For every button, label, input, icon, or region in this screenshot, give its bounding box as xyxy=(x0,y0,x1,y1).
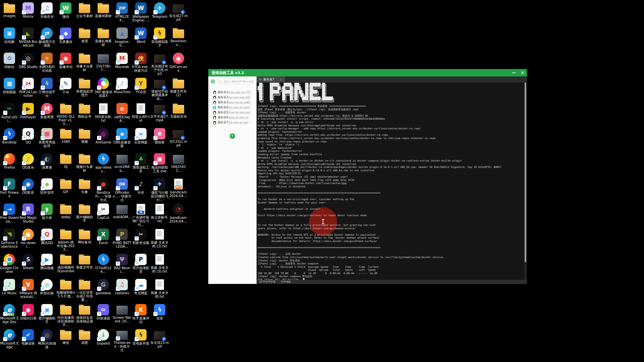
desktop-icon[interactable]: ϟ↗Bandizip xyxy=(0,127,19,152)
desktop-icon[interactable]: ♻回收站 xyxy=(0,52,19,77)
desktop-icon[interactable]: webp xyxy=(56,202,75,228)
desktop-icon[interactable]: 直播礼物素材 xyxy=(94,26,113,52)
desktop-icon[interactable]: 侠义道账号.txt xyxy=(150,202,169,228)
desktop-icon[interactable]: e↗Microsoft Edge xyxy=(0,328,19,353)
desktop-icon[interactable]: MP4bandicam 2024-04-... xyxy=(169,177,188,202)
desktop-icon[interactable]: 4月25日.mp4 xyxy=(169,127,188,152)
desktop-icon[interactable]: →↗Free Downloa... xyxy=(0,202,19,228)
desktop-icon[interactable]: 16625412... xyxy=(169,152,188,177)
desktop-icon[interactable]: G↗gamebox xyxy=(94,278,113,303)
desktop-icon[interactable]: ◉↗QQ影音 xyxy=(19,177,38,202)
desktop-icon[interactable]: 阿里云API.txt xyxy=(131,102,150,127)
desktop-icon[interactable]: 视频 xyxy=(75,127,94,152)
desktop-icon[interactable]: ↗Firefox xyxy=(0,152,19,177)
desktop-icon[interactable]: 落雪 xyxy=(75,26,94,52)
desktop-icon[interactable]: ▦↗美图秀秀批处理 xyxy=(38,127,56,152)
desktop-icon[interactable]: ooAIADM... xyxy=(113,202,131,228)
desktop-icon[interactable]: W↗Word xyxy=(131,26,150,52)
desktop-icon[interactable]: ▶↗PotPlayer xyxy=(19,102,38,127)
search-input[interactable] xyxy=(223,80,255,83)
desktop-icon[interactable]: ◔bandicam 2024-04-... xyxy=(169,202,188,228)
desktop-icon[interactable]: ✂↗剪映专业版 xyxy=(131,228,150,253)
desktop-icon[interactable]: P↗PUBG BATTLEGR... xyxy=(113,228,131,253)
desktop-icon[interactable]: 图片编辑助手 xyxy=(75,202,94,228)
desktop-icon[interactable]: ▣↗推流码获取工具.exe xyxy=(150,152,169,177)
desktop-icon[interactable]: ☁↗夸克网盘 xyxy=(131,278,150,303)
desktop-icon[interactable]: ☀↗剑网3系列启动器 xyxy=(38,52,56,77)
desktop-icon[interactable]: ∞↗百度网盘 xyxy=(131,127,150,152)
desktop-icon[interactable]: 24↗PDF24 Launcher xyxy=(19,77,38,102)
add-server-button[interactable]: + xyxy=(230,133,235,139)
desktop-icon[interactable]: ϟ↗雷电模拟器9 xyxy=(150,26,169,52)
desktop-icon[interactable]: ◆↗无界趣连 xyxy=(56,26,75,52)
desktop-icon[interactable]: ✈↗微软飞行模拟10微软飞行... xyxy=(150,177,169,202)
minimize-button[interactable]: — xyxy=(509,69,518,76)
desktop-icon[interactable]: Gi↗GI加速器 xyxy=(94,303,113,328)
desktop-icon[interactable]: V↗VMware Workstati... xyxy=(19,278,38,303)
desktop-icon[interactable]: ✂↗AutoCutVi... xyxy=(0,102,19,127)
desktop-icon[interactable]: ◥↗GeForce Experience xyxy=(0,228,19,253)
desktop-icon[interactable]: ▣↗图片编辑助手 xyxy=(38,303,56,328)
desktop-icon[interactable]: ϟ↗雷电多开器 xyxy=(131,328,150,353)
tab-server7[interactable]: 服务器7 ✕ xyxy=(257,76,285,82)
desktop-icon[interactable]: 无版权音乐 xyxy=(169,102,188,127)
desktop-icon[interactable]: ▦控制面板 xyxy=(0,77,19,102)
desktop-icon[interactable]: OB↗Officebox... - 快捷方式 xyxy=(113,177,131,202)
desktop-icon[interactable]: ◉↗直播伴侣 xyxy=(56,52,75,77)
window-titlebar[interactable]: 堡塔远程工具 v3.2 — ✕ xyxy=(208,69,527,76)
desktop-icon[interactable]: X↗Excel xyxy=(94,228,113,253)
server-item[interactable]: 服务器3 [xxx.xx.xx.xx9] xyxy=(208,100,256,105)
desktop-icon[interactable]: P↗荐片高清影音 xyxy=(131,253,150,278)
desktop-icon[interactable]: 图↗图怪兽 xyxy=(150,127,169,152)
server-item[interactable]: 服务器1 [1xx.xxx.xx.x7] xyxy=(208,90,256,95)
desktop-icon[interactable]: 成品视频待传youtube xyxy=(56,253,75,278)
desktop-icon[interactable]: ⇄↗极速图片压缩器 xyxy=(38,26,56,52)
desktop-icon[interactable]: ◣↗NVIDIA Broadcast xyxy=(19,26,38,52)
desktop-icon[interactable]: occe1MAq... xyxy=(113,152,131,177)
desktop-icon[interactable]: K↗快手直播伴侣 xyxy=(131,303,150,328)
close-button[interactable]: ✕ xyxy=(518,69,527,76)
desktop-icon[interactable]: 新建文件夹 xyxy=(75,253,94,278)
desktop-icon[interactable]: ✔↗电脑管家 xyxy=(19,328,38,353)
server-item[interactable]: 服务器4 [xx.xxx.xx.xxx] xyxy=(208,105,256,110)
desktop-icon[interactable]: ϟ↗兰博对战平台 xyxy=(38,77,56,102)
terminal-scrollbar[interactable] xyxy=(524,82,527,280)
server-item[interactable]: 服务器7 [xx.xxx.xx.xx] xyxy=(208,120,256,125)
desktop-icon[interactable]: 请旋转手机横屏观看#高... xyxy=(150,77,169,102)
desktop-icon[interactable]: eDEV↗Microsoft Edge Dev xyxy=(0,303,19,328)
desktop-icon[interactable]: ♫↗radishes xyxy=(113,278,131,303)
desktop-icon[interactable]: ♣↗堡塔远程工具 xyxy=(131,152,150,177)
server-item[interactable]: 服务器2 [xx.xxx.xxx.x3] xyxy=(208,95,256,100)
desktop-icon[interactable]: R↗Red Magic Studio xyxy=(19,202,38,228)
desktop-icon[interactable]: ♫↗方格音乐 xyxy=(38,1,56,26)
desktop-icon[interactable]: ◎↗网易UU加速器 xyxy=(38,328,56,353)
desktop-icon[interactable]: 网站备份 xyxy=(75,228,94,253)
desktop-icon[interactable]: GIF xyxy=(56,177,75,202)
desktop-icon[interactable]: 原图 xyxy=(75,328,94,353)
desktop-icon[interactable]: W↗Wallpaper Engine: ... xyxy=(131,1,150,26)
desktop-icon[interactable]: ◉GifCam.exe xyxy=(169,52,188,77)
desktop-icon[interactable]: 新建 文本文档.txt xyxy=(150,278,169,303)
desktop-icon[interactable]: ◎↗听歌识曲 xyxy=(38,278,56,303)
desktop-icon[interactable]: 钢管 xyxy=(56,328,75,353)
desktop-icon[interactable]: ↗360 极速浏览器X xyxy=(94,77,113,102)
desktop-icon[interactable]: Ψ↗RA2 Reuni... xyxy=(113,253,131,278)
desktop-icon[interactable]: 一点红语音合成2.0(吾爱... xyxy=(75,278,94,303)
desktop-icon[interactable]: M↗Motrix xyxy=(19,1,38,26)
desktop-icon[interactable]: 绿幕卡点素材 xyxy=(75,52,94,77)
desktop-icon[interactable]: 头像 xyxy=(75,177,94,202)
desktop-icon[interactable]: F↗Fort Firewall xyxy=(0,177,19,202)
desktop-icon[interactable]: Y↗YY语音 xyxy=(131,77,150,102)
desktop-icon[interactable]: ◍↗AntGame xyxy=(94,127,113,152)
desktop-icon[interactable]: 1080 xyxy=(56,127,75,152)
desktop-icon[interactable]: 4DDiG DLL Fixer v1.0... xyxy=(56,102,75,127)
desktop-icon[interactable]: 15b738c7... xyxy=(94,52,113,77)
server-item[interactable]: 服务器6 [xxx.xx.xxx.x] xyxy=(208,115,256,120)
desktop-icon[interactable]: ●↗res-downl... xyxy=(19,228,38,253)
desktop-icon[interactable]: ▣此电脑 xyxy=(0,26,19,52)
desktop-icon[interactable]: ◆↗软件管理 xyxy=(38,177,56,202)
desktop-icon[interactable]: ↗TheIsle.exe - 快捷方式 xyxy=(113,328,131,353)
desktop-icon[interactable]: S↗Steam xyxy=(19,253,38,278)
desktop-icon[interactable]: ◐↗迷雾通 xyxy=(38,152,56,177)
desktop-icon[interactable]: RevoUnins... xyxy=(169,26,188,52)
